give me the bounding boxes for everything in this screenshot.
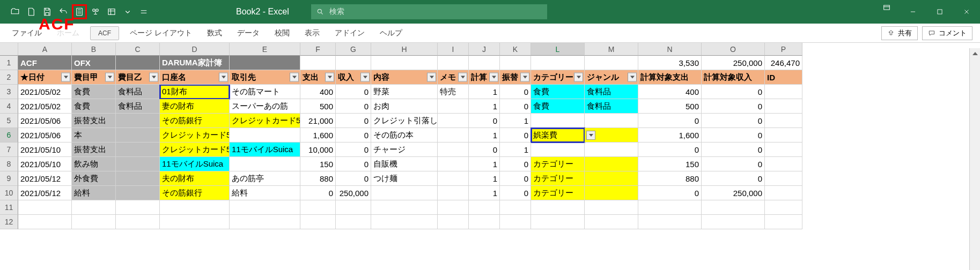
cell-10-N[interactable]: 0 xyxy=(638,186,702,200)
cell-1-J[interactable] xyxy=(469,56,500,70)
cell-7-O[interactable]: 0 xyxy=(702,142,765,157)
cell-3-P[interactable] xyxy=(765,85,802,99)
cell-1-H[interactable] xyxy=(371,56,438,70)
tab-view[interactable]: 表示 xyxy=(297,24,327,43)
col-head-A[interactable]: A xyxy=(18,43,72,56)
cell-8-D[interactable]: 11モバイルSuica xyxy=(160,157,230,171)
cell-4-G[interactable]: 0 xyxy=(336,99,371,114)
cell-4-J[interactable]: 1 xyxy=(469,99,500,114)
col-head-I[interactable]: I xyxy=(438,43,469,56)
cell-7-K[interactable]: 1 xyxy=(500,142,531,157)
cell-10-P[interactable] xyxy=(765,186,802,200)
filter-btn-G[interactable] xyxy=(360,73,370,82)
cell-4-N[interactable]: 500 xyxy=(638,99,702,114)
cell-4-E[interactable]: スーパーあの筋 xyxy=(230,99,300,114)
cell-10-E[interactable]: 給料 xyxy=(230,186,300,200)
cell-4-C[interactable]: 食料品 xyxy=(116,99,160,114)
cell-5-G[interactable]: 0 xyxy=(336,114,371,128)
cell-6-C[interactable] xyxy=(116,128,160,142)
cell-4-F[interactable]: 500 xyxy=(300,99,336,114)
tab-acf-addin[interactable]: ACF xyxy=(90,26,119,40)
cell-10-G[interactable]: 250,000 xyxy=(336,186,371,200)
header-B[interactable]: 費目甲 xyxy=(72,70,116,85)
cell-3-O[interactable]: 0 xyxy=(702,85,765,99)
cell-12-F[interactable] xyxy=(300,215,336,229)
cell-7-D[interactable]: クレジットカード52 xyxy=(160,142,230,157)
cell-6-F[interactable]: 1,600 xyxy=(300,128,336,142)
cell-12-P[interactable] xyxy=(765,215,802,229)
col-head-H[interactable]: H xyxy=(371,43,438,56)
close-icon[interactable] xyxy=(953,0,980,24)
col-head-D[interactable]: D xyxy=(160,43,230,56)
row-head-3[interactable]: 3 xyxy=(0,85,18,99)
maximize-icon[interactable] xyxy=(926,0,953,24)
cell-3-D[interactable]: 01財布 xyxy=(160,85,230,99)
col-head-P[interactable]: P xyxy=(765,43,802,56)
cell-1-C[interactable] xyxy=(116,56,160,70)
cell-3-B[interactable]: 食費 xyxy=(72,85,116,99)
filter-btn-J[interactable] xyxy=(489,73,498,82)
cell-11-E[interactable] xyxy=(230,200,300,215)
cell-7-H[interactable]: チャージ xyxy=(371,142,438,157)
cell-12-H[interactable] xyxy=(371,215,438,229)
row-head-11[interactable]: 11 xyxy=(0,200,18,215)
cell-10-J[interactable]: 1 xyxy=(469,186,500,200)
cell-7-I[interactable] xyxy=(438,142,469,157)
col-head-M[interactable]: M xyxy=(585,43,638,56)
cell-9-J[interactable]: 1 xyxy=(469,171,500,186)
cell-11-F[interactable] xyxy=(300,200,336,215)
cell-1-D[interactable]: DARUMA家計簿 xyxy=(160,56,230,70)
tab-data[interactable]: データ xyxy=(230,24,267,43)
cell-6-E[interactable] xyxy=(230,128,300,142)
cell-5-N[interactable]: 0 xyxy=(638,114,702,128)
cell-1-I[interactable] xyxy=(438,56,469,70)
row-head-9[interactable]: 9 xyxy=(0,171,18,186)
cell-9-A[interactable]: 2021/05/12 xyxy=(18,171,72,186)
col-head-L[interactable]: L xyxy=(531,43,585,56)
undo-icon[interactable] xyxy=(56,4,71,19)
header-O[interactable]: 計算対象収入 xyxy=(702,70,765,85)
cell-11-C[interactable] xyxy=(116,200,160,215)
cell-6-D[interactable]: クレジットカード52 xyxy=(160,128,230,142)
header-N[interactable]: 計算対象支出 xyxy=(638,70,702,85)
cell-10-K[interactable]: 0 xyxy=(500,186,531,200)
cell-7-J[interactable]: 0 xyxy=(469,142,500,157)
cell-8-N[interactable]: 150 xyxy=(638,157,702,171)
cell-12-B[interactable] xyxy=(72,215,116,229)
cell-3-A[interactable]: 2021/05/02 xyxy=(18,85,72,99)
cell-11-K[interactable] xyxy=(500,200,531,215)
cell-10-I[interactable] xyxy=(438,186,469,200)
cell-3-M[interactable]: 食料品 xyxy=(585,85,638,99)
cell-11-O[interactable] xyxy=(702,200,765,215)
col-head-B[interactable]: B xyxy=(72,43,116,56)
row-head-12[interactable]: 12 xyxy=(0,215,18,229)
col-head-J[interactable]: J xyxy=(469,43,500,56)
cell-6-I[interactable] xyxy=(438,128,469,142)
cell-11-D[interactable] xyxy=(160,200,230,215)
cell-8-I[interactable] xyxy=(438,157,469,171)
cell-1-F[interactable] xyxy=(300,56,336,70)
cell-11-H[interactable] xyxy=(371,200,438,215)
cell-8-B[interactable]: 飲み物 xyxy=(72,157,116,171)
cell-10-H[interactable] xyxy=(371,186,438,200)
cell-10-F[interactable]: 0 xyxy=(300,186,336,200)
filter-btn-F[interactable] xyxy=(325,73,334,82)
col-head-F[interactable]: F xyxy=(300,43,336,56)
save-icon[interactable] xyxy=(40,4,55,19)
cell-4-I[interactable] xyxy=(438,99,469,114)
filter-btn-B[interactable] xyxy=(105,73,114,82)
cell-1-G[interactable] xyxy=(336,56,371,70)
header-H[interactable]: 内容 xyxy=(371,70,438,85)
filter-btn-A[interactable] xyxy=(61,73,70,82)
share-button[interactable]: 共有 xyxy=(881,26,918,40)
header-P[interactable]: ID xyxy=(765,70,802,85)
cell-9-F[interactable]: 880 xyxy=(300,171,336,186)
cell-dropdown-L6[interactable] xyxy=(586,131,595,140)
header-J[interactable]: 計算 xyxy=(469,70,500,85)
header-L[interactable]: カテゴリー xyxy=(531,70,585,85)
cell-11-J[interactable] xyxy=(469,200,500,215)
cell-1-B[interactable]: OFX xyxy=(72,56,116,70)
cell-9-P[interactable] xyxy=(765,171,802,186)
cell-8-E[interactable] xyxy=(230,157,300,171)
cell-6-N[interactable]: 1,600 xyxy=(638,128,702,142)
